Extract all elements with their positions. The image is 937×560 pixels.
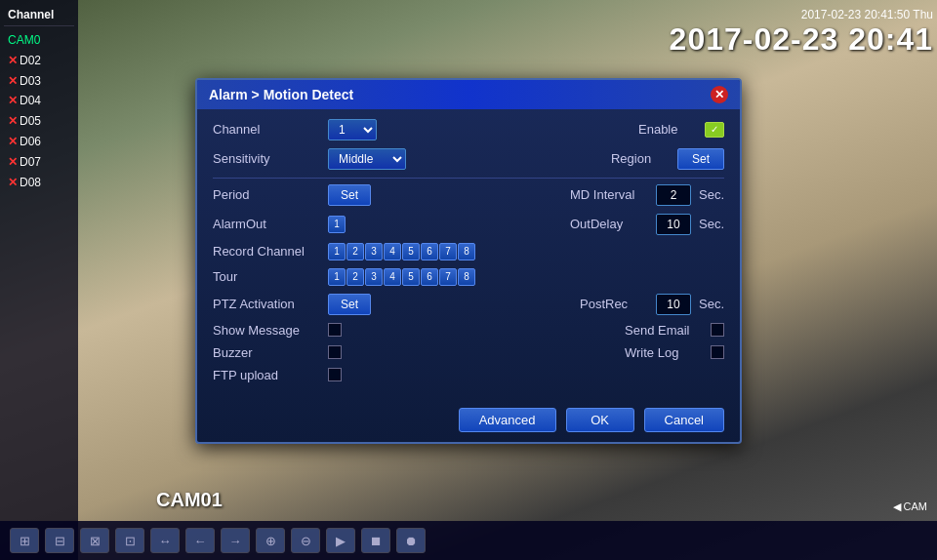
tour-label: Tour bbox=[213, 269, 320, 284]
tour-ch-6[interactable]: 6 bbox=[421, 268, 438, 286]
close-button[interactable]: ✕ bbox=[711, 86, 728, 103]
modal-overlay: Alarm > Motion Detect ✕ Channel 1 Enable… bbox=[0, 0, 937, 560]
taskbar-btn-2[interactable]: ⊟ bbox=[45, 528, 74, 553]
sensitivity-row: Sensitivity Middle Region Set bbox=[213, 148, 724, 170]
tour-ch-7[interactable]: 7 bbox=[439, 268, 457, 286]
show-message-row: Show Message Send Email bbox=[213, 323, 724, 338]
out-delay-unit: Sec. bbox=[699, 217, 724, 231]
ftp-row: FTP upload bbox=[213, 368, 724, 382]
cancel-button[interactable]: Cancel bbox=[644, 408, 724, 432]
taskbar-btn-6[interactable]: ← bbox=[185, 528, 215, 553]
region-set-button[interactable]: Set bbox=[677, 148, 724, 170]
advanced-button[interactable]: Advanced bbox=[459, 408, 556, 432]
ptz-label: PTZ Activation bbox=[213, 297, 320, 311]
ftp-checkbox[interactable] bbox=[328, 368, 342, 381]
taskbar-btn-7[interactable]: → bbox=[221, 528, 250, 553]
taskbar-btn-5[interactable]: ↔ bbox=[150, 528, 180, 553]
record-ch-1[interactable]: 1 bbox=[328, 243, 346, 260]
record-ch-7[interactable]: 7 bbox=[439, 243, 457, 260]
tour-ch-3[interactable]: 3 bbox=[365, 268, 383, 286]
send-email-checkbox[interactable] bbox=[711, 323, 724, 337]
alarm-out-row: AlarmOut 1 OutDelay Sec. bbox=[213, 214, 724, 235]
out-delay-input[interactable] bbox=[656, 214, 691, 235]
record-ch-5[interactable]: 5 bbox=[402, 243, 420, 260]
region-label: Region bbox=[611, 151, 670, 166]
ptz-set-button[interactable]: Set bbox=[328, 294, 371, 315]
tour-row: Tour 1 2 3 4 5 6 7 8 bbox=[213, 268, 724, 286]
tour-channel-boxes: 1 2 3 4 5 6 7 8 bbox=[328, 268, 475, 286]
alarm-out-label: AlarmOut bbox=[213, 217, 320, 231]
ftp-label: FTP upload bbox=[213, 368, 320, 382]
md-interval-unit: Sec. bbox=[699, 187, 724, 202]
channel-label: Channel bbox=[213, 122, 320, 137]
modal-footer: Advanced OK Cancel bbox=[197, 402, 740, 442]
ok-button[interactable]: OK bbox=[566, 408, 634, 432]
taskbar-btn-11[interactable]: ⏹ bbox=[361, 528, 390, 553]
post-rec-input[interactable] bbox=[656, 294, 691, 315]
write-log-checkbox[interactable] bbox=[711, 345, 724, 359]
buzzer-checkbox[interactable] bbox=[328, 345, 342, 359]
tour-ch-5[interactable]: 5 bbox=[402, 268, 420, 286]
post-rec-label: PostRec bbox=[580, 297, 648, 311]
record-ch-3[interactable]: 3 bbox=[365, 243, 383, 260]
taskbar-btn-9[interactable]: ⊖ bbox=[291, 528, 320, 553]
record-ch-4[interactable]: 4 bbox=[384, 243, 401, 260]
md-interval-input[interactable] bbox=[656, 184, 691, 206]
period-row: Period Set MD Interval Sec. bbox=[213, 184, 724, 206]
taskbar-btn-10[interactable]: ▶ bbox=[326, 528, 355, 553]
tour-ch-2[interactable]: 2 bbox=[346, 268, 364, 286]
channel-row: Channel 1 Enable ✓ bbox=[213, 119, 724, 140]
sensitivity-select[interactable]: Middle bbox=[328, 148, 406, 170]
out-delay-label: OutDelay bbox=[570, 217, 648, 231]
divider-1 bbox=[213, 178, 724, 179]
show-message-checkbox[interactable] bbox=[328, 323, 342, 337]
enable-label: Enable bbox=[638, 122, 697, 137]
buzzer-row: Buzzer Write Log bbox=[213, 345, 724, 360]
record-ch-6[interactable]: 6 bbox=[421, 243, 438, 260]
record-channel-label: Record Channel bbox=[213, 244, 320, 259]
taskbar: ⊞ ⊟ ⊠ ⊡ ↔ ← → ⊕ ⊖ ▶ ⏹ ⏺ bbox=[0, 521, 937, 560]
record-channel-boxes: 1 2 3 4 5 6 7 8 bbox=[328, 243, 475, 260]
period-label: Period bbox=[213, 187, 320, 202]
post-rec-unit: Sec. bbox=[699, 297, 724, 311]
modal-titlebar: Alarm > Motion Detect ✕ bbox=[197, 80, 740, 109]
record-ch-2[interactable]: 2 bbox=[346, 243, 364, 260]
modal-body: Channel 1 Enable ✓ Sensitivity Middle Re… bbox=[197, 109, 740, 402]
taskbar-btn-1[interactable]: ⊞ bbox=[10, 528, 39, 553]
record-ch-8[interactable]: 8 bbox=[458, 243, 475, 260]
alarm-out-value[interactable]: 1 bbox=[328, 216, 346, 233]
taskbar-btn-3[interactable]: ⊠ bbox=[80, 528, 109, 553]
send-email-label: Send Email bbox=[625, 323, 703, 338]
taskbar-btn-4[interactable]: ⊡ bbox=[115, 528, 144, 553]
write-log-label: Write Log bbox=[625, 345, 703, 360]
buzzer-label: Buzzer bbox=[213, 345, 320, 360]
sensitivity-label: Sensitivity bbox=[213, 151, 320, 166]
taskbar-btn-8[interactable]: ⊕ bbox=[256, 528, 285, 553]
show-message-label: Show Message bbox=[213, 323, 320, 338]
tour-ch-4[interactable]: 4 bbox=[384, 268, 401, 286]
channel-select[interactable]: 1 bbox=[328, 119, 377, 140]
tour-ch-8[interactable]: 8 bbox=[458, 268, 475, 286]
tour-ch-1[interactable]: 1 bbox=[328, 268, 346, 286]
taskbar-btn-12[interactable]: ⏺ bbox=[396, 528, 426, 553]
record-channel-row: Record Channel 1 2 3 4 5 6 7 8 bbox=[213, 243, 724, 260]
ptz-row: PTZ Activation Set PostRec Sec. bbox=[213, 294, 724, 315]
period-set-button[interactable]: Set bbox=[328, 184, 371, 206]
md-interval-label: MD Interval bbox=[570, 187, 648, 202]
modal-title: Alarm > Motion Detect bbox=[209, 87, 353, 102]
enable-checkbox[interactable]: ✓ bbox=[705, 122, 724, 138]
motion-detect-dialog: Alarm > Motion Detect ✕ Channel 1 Enable… bbox=[195, 78, 742, 444]
